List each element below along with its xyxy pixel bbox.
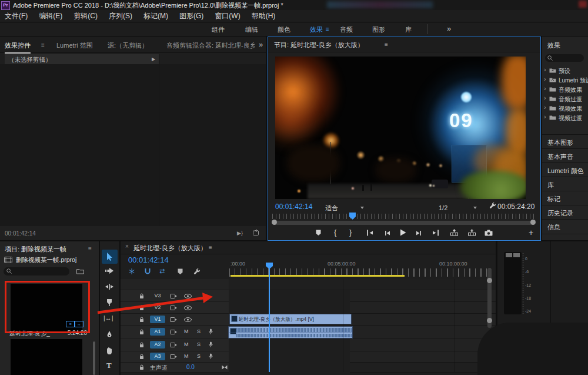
selection-tool[interactable]	[102, 250, 118, 264]
chevron-right-icon[interactable]: ›	[544, 94, 546, 101]
track-lane-v1[interactable]	[350, 314, 496, 326]
panel-tab-essential-graphics[interactable]: 基本图形	[542, 134, 588, 149]
project-menu-icon[interactable]: ≡	[88, 245, 92, 252]
panel-tab-lumetri-color[interactable]: Lumetri 颜色	[542, 162, 588, 177]
lock-icon[interactable]	[139, 364, 144, 370]
timeline-settings-wrench-icon[interactable]	[193, 268, 201, 275]
workspace-tab-assembly[interactable]: 组件	[212, 25, 225, 34]
timeline-playhead-line[interactable]	[269, 265, 270, 372]
workspace-overflow-icon[interactable]: »	[447, 24, 451, 33]
export-frame-button[interactable]	[485, 230, 493, 236]
solo-button[interactable]: S	[197, 328, 201, 334]
sync-lock-icon[interactable]	[170, 330, 177, 334]
panel-tab-info[interactable]: 信息	[542, 219, 588, 234]
project-scrollbar[interactable]	[93, 341, 95, 375]
mute-button[interactable]: M	[184, 353, 189, 359]
tab-lumetri-scopes[interactable]: Lumetri 范围	[56, 41, 93, 50]
timeline-tab[interactable]: 延时北理-良乡（放大版）	[133, 244, 207, 253]
track-target-a2[interactable]: A2	[150, 341, 165, 349]
track-select-forward-tool[interactable]	[105, 268, 113, 274]
pan-bowtie-icon[interactable]	[222, 365, 228, 370]
type-tool[interactable]: T	[106, 361, 112, 370]
lock-icon[interactable]	[139, 342, 144, 348]
tab-effects[interactable]: 效果	[547, 41, 560, 50]
work-area-bar[interactable]	[230, 275, 405, 277]
close-button-artifact[interactable]	[579, 1, 587, 8]
effects-search-input[interactable]	[545, 54, 584, 62]
menu-edit[interactable]: 编辑(E)	[39, 11, 62, 21]
mute-button[interactable]: M	[184, 341, 189, 347]
panel-tab-libraries[interactable]: 库	[542, 177, 588, 191]
sync-lock-icon[interactable]	[170, 343, 177, 347]
effects-folder-video-effects[interactable]: › 视频效果	[542, 104, 588, 112]
tab-source-monitor[interactable]: 源:（无剪辑）	[108, 41, 148, 50]
vscrollbar-bottom-handle[interactable]	[487, 318, 492, 323]
timeline-menu-icon[interactable]: ≡	[209, 244, 212, 251]
menu-graphics[interactable]: 图形(G)	[179, 11, 203, 21]
timeline-timecode[interactable]: 00:01:42:14	[128, 255, 169, 264]
chevron-right-icon[interactable]: ›	[544, 85, 546, 92]
workspace-tab-editing[interactable]: 编辑	[245, 25, 258, 34]
go-to-in-button[interactable]	[366, 230, 373, 236]
track-lane-a3[interactable]	[350, 351, 496, 363]
lift-button[interactable]	[450, 229, 458, 236]
track-lane-v3[interactable]	[350, 290, 496, 302]
lock-icon[interactable]	[139, 329, 144, 335]
mic-icon[interactable]	[209, 341, 213, 347]
video-clip[interactable]: 延时北理-良乡（放大版）.mp4 [V]	[229, 314, 352, 324]
project-search-input[interactable]	[4, 267, 69, 276]
button-editor-plus[interactable]: +	[529, 228, 533, 237]
lock-icon[interactable]	[139, 354, 144, 360]
sync-lock-icon[interactable]	[170, 354, 177, 359]
step-back-button[interactable]	[385, 230, 390, 236]
timeline-add-marker-icon[interactable]	[178, 268, 183, 275]
effects-folder-audio-effects[interactable]: › 音频效果	[542, 85, 588, 94]
scrollbar-left-handle[interactable]	[272, 220, 277, 225]
panel-tab-essential-sound[interactable]: 基本声音	[542, 148, 588, 163]
project-file-name[interactable]: 删除视频某一帧.prproj	[16, 256, 76, 264]
menu-sequence[interactable]: 序列(S)	[109, 11, 132, 21]
go-to-out-button[interactable]	[432, 230, 439, 236]
program-title[interactable]: 节目: 延时北理-良乡（放大版）	[274, 41, 364, 49]
chevron-right-icon[interactable]: ›	[544, 75, 546, 82]
pen-tool[interactable]	[106, 331, 112, 339]
extract-button[interactable]	[468, 229, 476, 236]
menu-file[interactable]: 文件(F)	[5, 11, 28, 21]
mark-in-button[interactable]: {	[334, 228, 336, 237]
workspace-tab-effects[interactable]: 效果	[310, 25, 323, 34]
settings-wrench-icon[interactable]	[489, 202, 496, 209]
effects-folder-presets[interactable]: › 预设	[542, 66, 588, 75]
panel-tab-history[interactable]: 历史记录	[542, 205, 588, 220]
left-tabs-overflow-icon[interactable]: »	[259, 40, 263, 49]
menu-help[interactable]: 帮助(H)	[252, 11, 276, 21]
program-menu-icon[interactable]: ≡	[385, 41, 388, 48]
play-in-to-out-icon[interactable]: ▶}	[237, 230, 243, 236]
audio-clip[interactable]	[228, 326, 353, 339]
solo-button[interactable]: S	[197, 341, 201, 347]
project-filter-folder-icon[interactable]	[76, 268, 84, 274]
chevron-right-icon[interactable]: ›	[544, 113, 546, 120]
master-level-value[interactable]: 0.0	[186, 364, 195, 370]
track-target-a1[interactable]: A1	[150, 328, 165, 336]
track-target-a3[interactable]: A3	[150, 353, 165, 360]
chevron-right-icon[interactable]: ›	[544, 104, 546, 111]
mic-icon[interactable]	[209, 353, 213, 359]
fit-dropdown[interactable]: 适合	[325, 202, 376, 211]
nest-insert-icon[interactable]	[128, 268, 135, 275]
track-lane-a2[interactable]	[350, 339, 496, 351]
track-lane-v2[interactable]	[350, 302, 496, 314]
program-scrubber[interactable]	[272, 214, 536, 219]
effects-folder-lumetri-presets[interactable]: › Lumetri 预设	[542, 75, 588, 84]
step-forward-button[interactable]	[416, 230, 422, 236]
tab-audio-clip-mixer[interactable]: 音频剪辑混合器: 延时北理-良乡（｜	[166, 41, 255, 50]
tab-effect-controls[interactable]: 效果控件	[5, 41, 31, 54]
workspace-tab-graphics[interactable]: 图形	[372, 25, 385, 34]
mic-icon[interactable]	[209, 328, 213, 334]
scrollbar-right-handle[interactable]	[530, 220, 536, 225]
effects-folder-video-transitions[interactable]: › 视频过渡	[542, 113, 588, 122]
panel-tab-markers[interactable]: 标记	[542, 191, 588, 205]
vscrollbar-top-handle[interactable]	[487, 278, 492, 283]
workspace-menu-icon[interactable]: ≡	[326, 26, 329, 32]
hand-tool[interactable]	[106, 347, 113, 354]
program-current-timecode[interactable]: 00:01:42:14	[275, 203, 312, 211]
